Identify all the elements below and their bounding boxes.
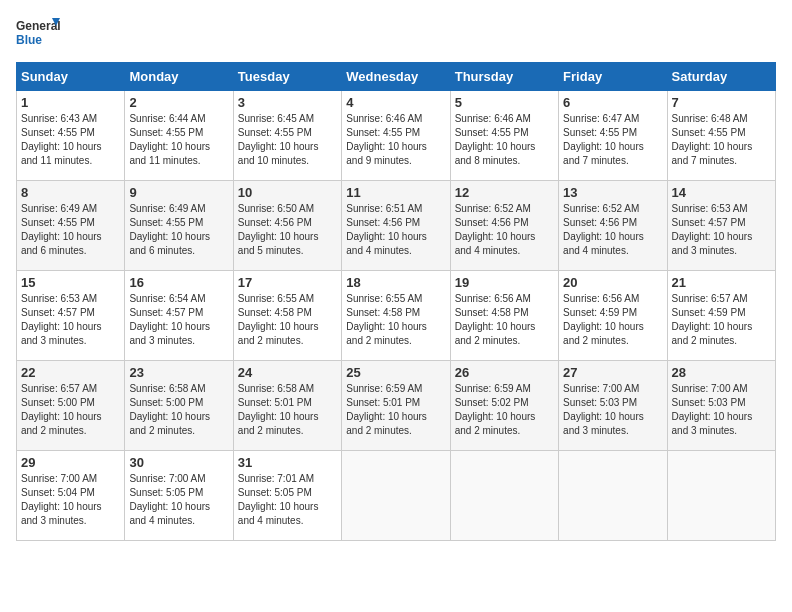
weekday-header-friday: Friday	[559, 63, 667, 91]
day-number: 13	[563, 185, 662, 200]
calendar-cell	[559, 451, 667, 541]
calendar-cell	[450, 451, 558, 541]
day-info: Sunrise: 7:00 AMSunset: 5:03 PMDaylight:…	[672, 382, 771, 438]
calendar-cell: 25Sunrise: 6:59 AMSunset: 5:01 PMDayligh…	[342, 361, 450, 451]
weekday-header-wednesday: Wednesday	[342, 63, 450, 91]
calendar-cell: 24Sunrise: 6:58 AMSunset: 5:01 PMDayligh…	[233, 361, 341, 451]
calendar-cell: 17Sunrise: 6:55 AMSunset: 4:58 PMDayligh…	[233, 271, 341, 361]
calendar-cell: 23Sunrise: 6:58 AMSunset: 5:00 PMDayligh…	[125, 361, 233, 451]
week-row-2: 8Sunrise: 6:49 AMSunset: 4:55 PMDaylight…	[17, 181, 776, 271]
day-number: 26	[455, 365, 554, 380]
calendar-cell: 29Sunrise: 7:00 AMSunset: 5:04 PMDayligh…	[17, 451, 125, 541]
calendar-cell: 8Sunrise: 6:49 AMSunset: 4:55 PMDaylight…	[17, 181, 125, 271]
calendar-cell: 3Sunrise: 6:45 AMSunset: 4:55 PMDaylight…	[233, 91, 341, 181]
day-info: Sunrise: 6:58 AMSunset: 5:01 PMDaylight:…	[238, 382, 337, 438]
day-number: 14	[672, 185, 771, 200]
day-info: Sunrise: 6:52 AMSunset: 4:56 PMDaylight:…	[455, 202, 554, 258]
calendar-cell: 16Sunrise: 6:54 AMSunset: 4:57 PMDayligh…	[125, 271, 233, 361]
day-info: Sunrise: 6:55 AMSunset: 4:58 PMDaylight:…	[238, 292, 337, 348]
day-number: 10	[238, 185, 337, 200]
day-info: Sunrise: 6:53 AMSunset: 4:57 PMDaylight:…	[21, 292, 120, 348]
day-number: 24	[238, 365, 337, 380]
day-number: 30	[129, 455, 228, 470]
calendar-cell: 2Sunrise: 6:44 AMSunset: 4:55 PMDaylight…	[125, 91, 233, 181]
calendar-cell: 7Sunrise: 6:48 AMSunset: 4:55 PMDaylight…	[667, 91, 775, 181]
day-info: Sunrise: 6:47 AMSunset: 4:55 PMDaylight:…	[563, 112, 662, 168]
day-number: 18	[346, 275, 445, 290]
week-row-1: 1Sunrise: 6:43 AMSunset: 4:55 PMDaylight…	[17, 91, 776, 181]
day-info: Sunrise: 6:56 AMSunset: 4:58 PMDaylight:…	[455, 292, 554, 348]
week-row-4: 22Sunrise: 6:57 AMSunset: 5:00 PMDayligh…	[17, 361, 776, 451]
calendar-cell: 28Sunrise: 7:00 AMSunset: 5:03 PMDayligh…	[667, 361, 775, 451]
calendar-cell: 14Sunrise: 6:53 AMSunset: 4:57 PMDayligh…	[667, 181, 775, 271]
calendar-cell: 19Sunrise: 6:56 AMSunset: 4:58 PMDayligh…	[450, 271, 558, 361]
day-number: 4	[346, 95, 445, 110]
calendar-cell: 30Sunrise: 7:00 AMSunset: 5:05 PMDayligh…	[125, 451, 233, 541]
calendar-cell	[667, 451, 775, 541]
day-info: Sunrise: 7:00 AMSunset: 5:03 PMDaylight:…	[563, 382, 662, 438]
calendar-cell: 6Sunrise: 6:47 AMSunset: 4:55 PMDaylight…	[559, 91, 667, 181]
logo-svg: General Blue	[16, 16, 60, 52]
calendar-cell: 9Sunrise: 6:49 AMSunset: 4:55 PMDaylight…	[125, 181, 233, 271]
day-info: Sunrise: 7:01 AMSunset: 5:05 PMDaylight:…	[238, 472, 337, 528]
weekday-header-monday: Monday	[125, 63, 233, 91]
logo: General Blue	[16, 16, 60, 52]
day-info: Sunrise: 6:57 AMSunset: 4:59 PMDaylight:…	[672, 292, 771, 348]
calendar-cell: 26Sunrise: 6:59 AMSunset: 5:02 PMDayligh…	[450, 361, 558, 451]
calendar-cell: 10Sunrise: 6:50 AMSunset: 4:56 PMDayligh…	[233, 181, 341, 271]
day-info: Sunrise: 6:55 AMSunset: 4:58 PMDaylight:…	[346, 292, 445, 348]
day-number: 25	[346, 365, 445, 380]
calendar-cell: 5Sunrise: 6:46 AMSunset: 4:55 PMDaylight…	[450, 91, 558, 181]
day-number: 3	[238, 95, 337, 110]
day-number: 5	[455, 95, 554, 110]
calendar-cell: 27Sunrise: 7:00 AMSunset: 5:03 PMDayligh…	[559, 361, 667, 451]
day-info: Sunrise: 6:58 AMSunset: 5:00 PMDaylight:…	[129, 382, 228, 438]
day-info: Sunrise: 6:51 AMSunset: 4:56 PMDaylight:…	[346, 202, 445, 258]
day-number: 2	[129, 95, 228, 110]
day-number: 11	[346, 185, 445, 200]
week-row-3: 15Sunrise: 6:53 AMSunset: 4:57 PMDayligh…	[17, 271, 776, 361]
day-info: Sunrise: 6:57 AMSunset: 5:00 PMDaylight:…	[21, 382, 120, 438]
day-info: Sunrise: 6:59 AMSunset: 5:02 PMDaylight:…	[455, 382, 554, 438]
day-number: 27	[563, 365, 662, 380]
day-number: 8	[21, 185, 120, 200]
day-info: Sunrise: 6:53 AMSunset: 4:57 PMDaylight:…	[672, 202, 771, 258]
weekday-row: SundayMondayTuesdayWednesdayThursdayFrid…	[17, 63, 776, 91]
calendar-cell: 15Sunrise: 6:53 AMSunset: 4:57 PMDayligh…	[17, 271, 125, 361]
calendar-cell: 13Sunrise: 6:52 AMSunset: 4:56 PMDayligh…	[559, 181, 667, 271]
calendar-cell: 31Sunrise: 7:01 AMSunset: 5:05 PMDayligh…	[233, 451, 341, 541]
weekday-header-tuesday: Tuesday	[233, 63, 341, 91]
day-info: Sunrise: 6:56 AMSunset: 4:59 PMDaylight:…	[563, 292, 662, 348]
day-number: 9	[129, 185, 228, 200]
day-number: 15	[21, 275, 120, 290]
day-number: 16	[129, 275, 228, 290]
weekday-header-saturday: Saturday	[667, 63, 775, 91]
page-header: General Blue	[16, 16, 776, 52]
calendar-cell: 18Sunrise: 6:55 AMSunset: 4:58 PMDayligh…	[342, 271, 450, 361]
day-info: Sunrise: 6:50 AMSunset: 4:56 PMDaylight:…	[238, 202, 337, 258]
calendar-table: SundayMondayTuesdayWednesdayThursdayFrid…	[16, 62, 776, 541]
week-row-5: 29Sunrise: 7:00 AMSunset: 5:04 PMDayligh…	[17, 451, 776, 541]
day-number: 23	[129, 365, 228, 380]
day-info: Sunrise: 6:45 AMSunset: 4:55 PMDaylight:…	[238, 112, 337, 168]
calendar-cell: 11Sunrise: 6:51 AMSunset: 4:56 PMDayligh…	[342, 181, 450, 271]
day-info: Sunrise: 6:48 AMSunset: 4:55 PMDaylight:…	[672, 112, 771, 168]
svg-text:Blue: Blue	[16, 33, 42, 47]
day-number: 12	[455, 185, 554, 200]
calendar-header: SundayMondayTuesdayWednesdayThursdayFrid…	[17, 63, 776, 91]
day-number: 21	[672, 275, 771, 290]
day-number: 29	[21, 455, 120, 470]
calendar-cell: 21Sunrise: 6:57 AMSunset: 4:59 PMDayligh…	[667, 271, 775, 361]
weekday-header-thursday: Thursday	[450, 63, 558, 91]
day-number: 19	[455, 275, 554, 290]
calendar-cell: 20Sunrise: 6:56 AMSunset: 4:59 PMDayligh…	[559, 271, 667, 361]
day-number: 28	[672, 365, 771, 380]
day-info: Sunrise: 6:49 AMSunset: 4:55 PMDaylight:…	[21, 202, 120, 258]
calendar-cell	[342, 451, 450, 541]
day-number: 22	[21, 365, 120, 380]
day-info: Sunrise: 6:44 AMSunset: 4:55 PMDaylight:…	[129, 112, 228, 168]
day-number: 1	[21, 95, 120, 110]
calendar-cell: 12Sunrise: 6:52 AMSunset: 4:56 PMDayligh…	[450, 181, 558, 271]
day-info: Sunrise: 6:54 AMSunset: 4:57 PMDaylight:…	[129, 292, 228, 348]
calendar-cell: 1Sunrise: 6:43 AMSunset: 4:55 PMDaylight…	[17, 91, 125, 181]
